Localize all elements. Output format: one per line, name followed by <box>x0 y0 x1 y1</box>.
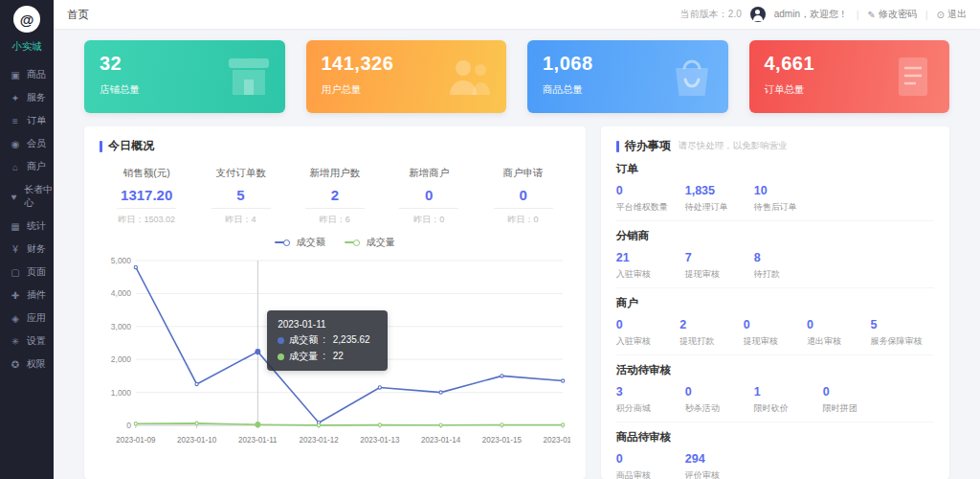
topbar-right: 当前版本：2.0 admin，欢迎您！ | ✎ 修改密码 | ⊙ 退出 <box>680 7 967 22</box>
divider: | <box>857 10 859 20</box>
sidebar-item-label: 统计 <box>27 219 46 233</box>
todo-item[interactable]: 0 提现审核 <box>744 318 807 348</box>
todo-item-value: 0 <box>823 385 892 399</box>
welcome-text[interactable]: admin，欢迎您！ <box>774 8 848 21</box>
todo-item[interactable]: 1 限时砍价 <box>754 385 823 415</box>
sidebar-item[interactable]: ✚ 插件 <box>0 284 54 307</box>
today-stat: 商户申请 0 昨日：0 <box>476 167 569 226</box>
change-password-label: 修改密码 <box>879 8 917 21</box>
sidebar-item-icon: ♥ <box>10 192 18 202</box>
sidebar-item[interactable]: ♥ 长者中心 <box>0 178 54 215</box>
svg-text:2023-01-16: 2023-01-16 <box>544 436 570 445</box>
sidebar-item-label: 财务 <box>27 242 46 256</box>
todo-item-label: 入驻审核 <box>616 335 679 348</box>
stat-card-products: 1,068 商品总量 <box>527 40 728 113</box>
svg-text:4,000: 4,000 <box>111 288 131 298</box>
todo-item[interactable]: 10 待售后订单 <box>754 184 823 214</box>
logout-label: 退出 <box>947 8 967 21</box>
todo-item[interactable]: 5 服务保障审核 <box>871 318 934 348</box>
sidebar-item[interactable]: ▢ 页面 <box>0 261 54 284</box>
todo-section-product-review: 商品待审核 0 商品审核 294 评价审核 <box>616 422 934 479</box>
todo-item-value: 1,835 <box>685 184 754 197</box>
sidebar-item-icon: ¥ <box>10 244 21 255</box>
todo-item-value: 0 <box>616 184 685 197</box>
edit-icon: ✎ <box>868 10 876 20</box>
stat-cards-row: 32 店铺总量 141,326 用户总量 1,068 <box>84 40 949 113</box>
todo-item[interactable]: 1,835 待处理订单 <box>685 184 754 214</box>
sidebar-item-icon: ◈ <box>10 313 21 324</box>
sidebar-item-icon: ✪ <box>10 359 21 370</box>
line-chart[interactable]: 01,0002,0003,0004,0005,0002023-01-092023… <box>100 251 570 448</box>
todo-item-label: 商品审核 <box>616 469 685 479</box>
sidebar-item-icon: ≡ <box>10 116 21 126</box>
power-icon: ⊙ <box>937 10 945 20</box>
todo-section-title: 订单 <box>616 162 934 176</box>
legend-item[interactable]: 成交额 <box>275 236 325 249</box>
today-stat-label: 支付订单数 <box>193 167 287 180</box>
todo-item[interactable]: 7 提现审核 <box>685 251 754 281</box>
sidebar-item[interactable]: ≡ 订单 <box>0 109 54 132</box>
todo-item[interactable]: 0 退出审核 <box>807 318 870 348</box>
legend-item[interactable]: 成交量 <box>345 236 395 249</box>
sidebar-item[interactable]: ◈ 应用 <box>0 307 54 330</box>
todo-item[interactable]: 294 评价审核 <box>685 452 754 479</box>
svg-text:1,000: 1,000 <box>111 387 131 397</box>
sidebar-item[interactable]: ◉ 会员 <box>0 132 54 155</box>
sidebar-item-label: 设置 <box>27 334 46 348</box>
logout-button[interactable]: ⊙ 退出 <box>937 8 967 21</box>
todo-item[interactable]: 0 平台维权数量 <box>616 184 685 214</box>
breadcrumb-home[interactable]: 首页 <box>67 8 89 22</box>
svg-text:2023-01-15: 2023-01-15 <box>482 436 522 445</box>
todo-item[interactable]: 0 秒杀活动 <box>685 385 754 415</box>
today-stat-yesterday: 昨日：1503.02 <box>117 208 176 226</box>
today-stats: 销售额(元) 1317.20 昨日：1503.02 支付订单数 5 昨日：4 新… <box>100 167 570 226</box>
sidebar-item[interactable]: ⌂ 商户 <box>0 155 54 178</box>
todo-item[interactable]: 21 入驻审核 <box>616 251 685 281</box>
todo-item-label: 退出审核 <box>807 335 870 348</box>
sidebar-item[interactable]: ✪ 权限 <box>0 353 54 376</box>
todo-item[interactable]: 3 积分商城 <box>616 385 685 415</box>
sidebar-item[interactable]: ▦ 统计 <box>0 215 54 238</box>
sidebar-item-icon: ◉ <box>10 139 21 149</box>
todo-item-label: 评价审核 <box>685 469 754 479</box>
todo-item[interactable]: 8 待打款 <box>754 251 823 281</box>
sidebar-item[interactable]: ✳ 设置 <box>0 330 54 353</box>
todo-item[interactable]: 0 入驻审核 <box>616 318 679 348</box>
today-stat: 销售额(元) 1317.20 昨日：1503.02 <box>100 167 193 226</box>
todo-item[interactable]: 2 提现打款 <box>679 318 743 348</box>
sidebar-item-label: 应用 <box>27 311 46 325</box>
svg-text:2,000: 2,000 <box>111 354 131 364</box>
todo-section-orders: 订单 0 平台维权数量 1,835 待处理订单 <box>616 154 934 221</box>
sidebar-item[interactable]: ▣ 商品 <box>0 63 54 86</box>
change-password-button[interactable]: ✎ 修改密码 <box>868 8 917 21</box>
sidebar-item-label: 订单 <box>27 114 46 127</box>
svg-text:5,000: 5,000 <box>111 256 131 265</box>
todo-items: 0 入驻审核 2 提现打款 0 提现审核 <box>616 318 934 348</box>
app-logo-icon[interactable]: @ <box>13 6 40 33</box>
version-label: 当前版本：2.0 <box>680 8 742 21</box>
stat-card-shops: 32 店铺总量 <box>84 40 285 113</box>
svg-text:2023-01-13: 2023-01-13 <box>360 436 399 445</box>
todo-item-value: 0 <box>807 318 870 331</box>
store-icon <box>226 57 272 97</box>
todo-item[interactable]: 0 商品审核 <box>616 452 685 479</box>
shopping-bag-icon <box>669 56 715 98</box>
sidebar-item[interactable]: ¥ 财务 <box>0 238 54 261</box>
today-stat-value: 0 <box>382 187 476 203</box>
today-stat-label: 销售额(元) <box>100 167 193 180</box>
todo-section-title: 分销商 <box>616 229 934 243</box>
user-avatar[interactable] <box>750 7 766 22</box>
sidebar-item-icon: ▢ <box>10 267 21 278</box>
today-stat-value: 1317.20 <box>100 187 193 203</box>
todo-item-value: 10 <box>754 184 823 197</box>
todo-section-title: 商户 <box>616 296 934 310</box>
today-stat-label: 新增用户数 <box>288 167 382 180</box>
accent-bar <box>616 141 619 152</box>
todo-items: 0 平台维权数量 1,835 待处理订单 10 待售后订单 <box>616 184 934 214</box>
today-stat-value: 2 <box>288 187 382 203</box>
sidebar-item-label: 会员 <box>27 137 46 150</box>
todo-section-activity-review: 活动待审核 3 积分商城 0 秒杀活动 <box>616 355 934 422</box>
svg-text:3,000: 3,000 <box>111 322 131 331</box>
sidebar-item[interactable]: ✦ 服务 <box>0 86 54 109</box>
todo-item[interactable]: 0 限时拼团 <box>823 385 892 415</box>
